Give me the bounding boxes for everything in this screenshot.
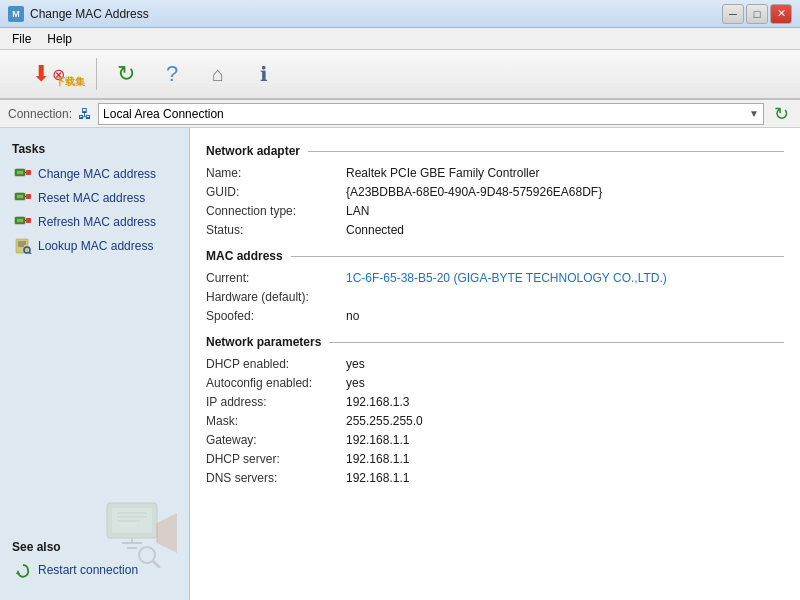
connection-value: Local Area Connection — [103, 107, 224, 121]
value-dhcp-server: 192.168.1.1 — [346, 452, 409, 466]
info-row-dns: DNS servers: 192.168.1.1 — [206, 471, 784, 485]
value-conn-type: LAN — [346, 204, 369, 218]
dropdown-arrow-icon: ▼ — [749, 108, 759, 119]
network-adapter-title: Network adapter — [206, 144, 300, 158]
svg-rect-3 — [17, 171, 23, 174]
network-params-header: Network parameters — [206, 335, 784, 349]
tasks-title: Tasks — [0, 138, 189, 162]
sidebar-item-refresh-mac[interactable]: Refresh MAC address — [0, 210, 189, 234]
connection-dropdown[interactable]: Local Area Connection ▼ — [98, 103, 764, 125]
toolbar-logo-btn[interactable]: ⬇ ⊗ 下载集 — [8, 54, 88, 94]
content-panel: Network adapter Name: Realtek PCIe GBE F… — [190, 128, 800, 600]
toolbar-home-icon: ⌂ — [212, 63, 224, 86]
value-dns: 192.168.1.1 — [346, 471, 409, 485]
menu-file[interactable]: File — [4, 30, 39, 48]
svg-line-19 — [29, 252, 31, 254]
connection-label: Connection: — [8, 107, 72, 121]
info-row-status: Status: Connected — [206, 223, 784, 237]
network-adapter-table: Name: Realtek PCIe GBE Family Controller… — [206, 166, 784, 237]
label-hardware: Hardware (default): — [206, 290, 346, 304]
toolbar-home-btn[interactable]: ⌂ — [197, 54, 239, 94]
label-gateway: Gateway: — [206, 433, 346, 447]
toolbar: ⬇ ⊗ 下载集 ↻ ? ⌂ ℹ — [0, 50, 800, 100]
mac-address-divider — [291, 256, 784, 257]
value-dhcp: yes — [346, 357, 365, 371]
svg-rect-12 — [26, 218, 31, 223]
toolbar-help-icon: ? — [166, 61, 178, 87]
refresh-mac-icon — [14, 214, 32, 230]
svg-text:M: M — [12, 9, 20, 19]
maximize-button[interactable]: □ — [746, 4, 768, 24]
lookup-mac-icon — [14, 238, 32, 254]
close-button[interactable]: ✕ — [770, 4, 792, 24]
svg-marker-20 — [16, 570, 20, 574]
toolbar-help-btn[interactable]: ? — [151, 54, 193, 94]
window-title: Change MAC Address — [30, 7, 722, 21]
sidebar: Tasks Change MAC address — [0, 128, 190, 600]
info-row-dhcp: DHCP enabled: yes — [206, 357, 784, 371]
toolbar-refresh-btn[interactable]: ↻ — [105, 54, 147, 94]
close-icon: ✕ — [777, 7, 786, 20]
window-controls: ─ □ ✕ — [722, 4, 792, 24]
reset-mac-icon — [14, 190, 32, 206]
refresh-mac-label: Refresh MAC address — [38, 215, 156, 229]
sidebar-item-reset-mac[interactable]: Reset MAC address — [0, 186, 189, 210]
value-gateway: 192.168.1.1 — [346, 433, 409, 447]
menu-help[interactable]: Help — [39, 30, 80, 48]
info-row-name: Name: Realtek PCIe GBE Family Controller — [206, 166, 784, 180]
info-row-current: Current: 1C-6F-65-38-B5-20 (GIGA-BYTE TE… — [206, 271, 784, 285]
maximize-icon: □ — [754, 8, 761, 20]
svg-point-30 — [139, 547, 155, 563]
svg-rect-4 — [26, 170, 31, 175]
svg-rect-8 — [26, 194, 31, 199]
sidebar-watermark — [99, 490, 189, 570]
value-mask: 255.255.255.0 — [346, 414, 423, 428]
svg-rect-11 — [17, 219, 23, 222]
value-current-mac[interactable]: 1C-6F-65-38-B5-20 (GIGA-BYTE TECHNOLOGY … — [346, 271, 667, 285]
network-adapter-divider — [308, 151, 784, 152]
label-guid: GUID: — [206, 185, 346, 199]
connection-bar: Connection: 🖧 Local Area Connection ▼ ↻ — [0, 100, 800, 128]
network-params-title: Network parameters — [206, 335, 321, 349]
label-dns: DNS servers: — [206, 471, 346, 485]
info-row-conn-type: Connection type: LAN — [206, 204, 784, 218]
info-row-guid: GUID: {A23BDBBA-68E0-490A-9D48-575926EA6… — [206, 185, 784, 199]
sidebar-item-lookup-mac[interactable]: Lookup MAC address — [0, 234, 189, 258]
value-ip: 192.168.1.3 — [346, 395, 409, 409]
minimize-button[interactable]: ─ — [722, 4, 744, 24]
label-autoconfig: Autoconfig enabled: — [206, 376, 346, 390]
toolbar-info-btn[interactable]: ℹ — [243, 54, 285, 94]
main-area: Tasks Change MAC address — [0, 128, 800, 600]
info-row-gateway: Gateway: 192.168.1.1 — [206, 433, 784, 447]
minimize-icon: ─ — [729, 8, 737, 20]
download-icon: ⬇ — [32, 61, 50, 87]
change-mac-label: Change MAC address — [38, 167, 156, 181]
label-spoofed: Spoofed: — [206, 309, 346, 323]
toolbar-info-icon: ℹ — [260, 62, 268, 86]
svg-line-31 — [153, 561, 160, 568]
restart-conn-icon — [14, 562, 32, 578]
info-row-hardware: Hardware (default): — [206, 290, 784, 304]
network-adapter-header: Network adapter — [206, 144, 784, 158]
label-ip: IP address: — [206, 395, 346, 409]
menu-bar: File Help — [0, 28, 800, 50]
refresh-connection-button[interactable]: ↻ — [770, 103, 792, 125]
value-guid: {A23BDBBA-68E0-490A-9D48-575926EA68DF} — [346, 185, 602, 199]
value-name: Realtek PCIe GBE Family Controller — [346, 166, 539, 180]
info-row-ip: IP address: 192.168.1.3 — [206, 395, 784, 409]
svg-rect-7 — [17, 195, 23, 198]
label-conn-type: Connection type: — [206, 204, 346, 218]
label-name: Name: — [206, 166, 346, 180]
label-current: Current: — [206, 271, 346, 285]
value-spoofed: no — [346, 309, 359, 323]
refresh-conn-icon: ↻ — [774, 103, 789, 125]
title-bar: M Change MAC Address ─ □ ✕ — [0, 0, 800, 28]
value-autoconfig: yes — [346, 376, 365, 390]
app-icon: M — [8, 6, 24, 22]
label-dhcp: DHCP enabled: — [206, 357, 346, 371]
label-dhcp-server: DHCP server: — [206, 452, 346, 466]
mac-address-header: MAC address — [206, 249, 784, 263]
label-status: Status: — [206, 223, 346, 237]
brand-text: 下载集 — [55, 75, 85, 89]
sidebar-item-change-mac[interactable]: Change MAC address — [0, 162, 189, 186]
